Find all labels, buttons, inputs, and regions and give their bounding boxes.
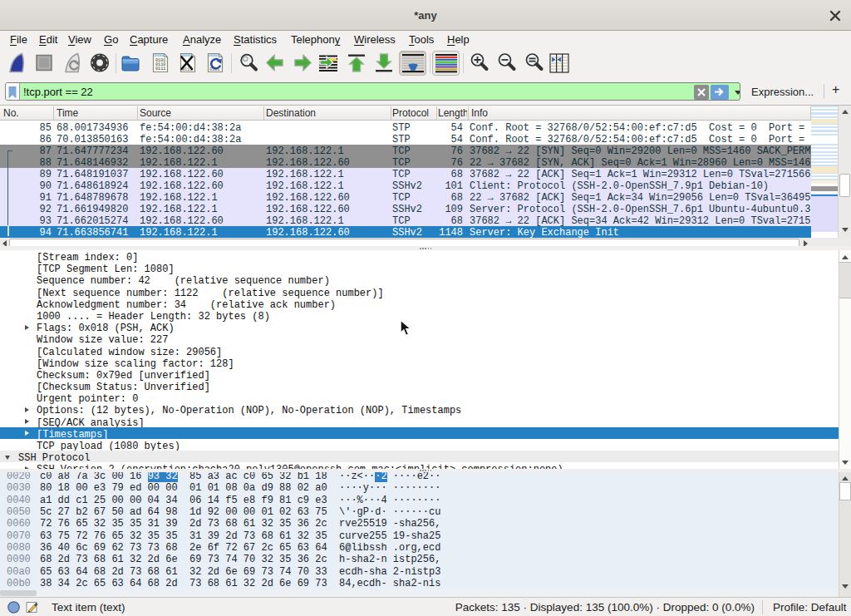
svg-text:0111: 0111 <box>155 67 165 71</box>
